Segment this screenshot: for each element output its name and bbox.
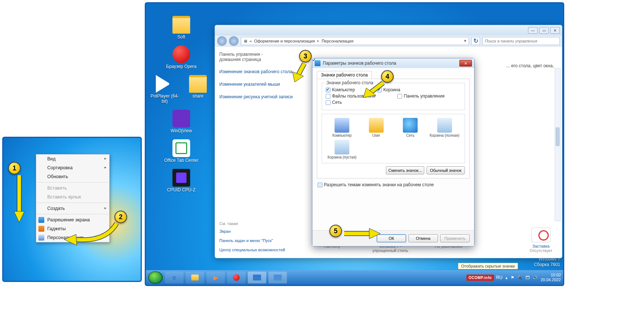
control-panel-home-link[interactable]: Панель управления - домашняя страница [219,52,296,62]
dialog-title: Параметры значков рабочего стола [323,61,457,66]
tray-tooltip: Отображать скрытые значки [458,263,518,269]
taskbar-ie-icon[interactable]: e [165,272,184,283]
window-titlebar: — ▭ ✕ [215,25,562,35]
taskbar: e ▶ OCOMP.info RU ▴ ⚑ 🔌 🗔 🔊 15:02 20.04.… [146,270,563,285]
explorer-sidebar: Панель управления - домашняя страница Из… [215,47,301,258]
desktop-icon[interactable]: Браузер Opera [148,45,215,69]
address-bar-row: 🖥 « Оформление и персонализация▸ Персона… [215,35,562,47]
icon-preview-grid: КомпьютерUserСетьКорзина (полная)Корзина… [322,114,465,163]
apply-button[interactable]: Применить [440,234,470,242]
taskbar-personalization-window[interactable] [248,272,266,283]
screensaver-block[interactable]: Заставка Отсутствует [524,228,558,253]
see-also-section: См. также Экран Панель задач и меню ''Пу… [219,221,296,253]
tray-arrow-icon[interactable]: ▴ [506,275,508,280]
checkbox-allow-themes[interactable]: ✔ Разрешить темам изменять значки на раб… [318,182,469,187]
desktop-icon[interactable]: share [181,75,215,99]
tray-flag-icon[interactable]: ⚑ [511,275,514,280]
maximize-button[interactable]: ▭ [539,27,549,34]
scrollbar[interactable] [555,68,561,221]
link-taskbar-start[interactable]: Панель задач и меню ''Пуск'' [219,238,296,244]
nav-forward-button[interactable] [229,36,239,46]
svg-marker-4 [369,228,380,239]
panel-b-desktop: SoftБраузер OperaPotPlayer (64-bit)share… [145,2,564,286]
desktop-icon[interactable]: CPUID CPU-Z [148,169,215,193]
minimize-button[interactable]: — [528,27,538,34]
taskbar-media-icon[interactable]: ▶ [206,272,225,283]
callout-5: 5 [329,225,342,237]
desktop-icon[interactable]: Office Tab Center [148,139,215,163]
checkbox-control-panel[interactable]: Панель управления [397,93,444,99]
checkbox-computer[interactable]: Компьютер [326,87,355,92]
restore-default-button[interactable]: Обычный значок [427,166,465,174]
refresh-button[interactable]: ↻ [471,37,480,45]
link-change-account-picture[interactable]: Изменение рисунка учетной записи [219,94,296,100]
desktop-icon-settings-dialog: Параметры значков рабочего стола ✕ Значк… [312,58,475,246]
start-button[interactable] [148,271,163,284]
fieldset-desktop-icons: Значки рабочего стола Компьютер Корзина … [322,83,465,110]
icon-preview[interactable]: Корзина (пустая) [326,140,359,159]
context-menu-item[interactable]: Сортировка [36,163,109,172]
tray-network-icon[interactable]: 🗔 [525,275,530,280]
link-ease-of-access[interactable]: Центр специальных возможностей [219,247,296,253]
tray-clock[interactable]: 15:02 20.04.2022 [541,273,561,282]
desktop-icon[interactable]: Soft [148,16,215,40]
link-change-desktop-icons[interactable]: Изменение значков рабочего стола [219,69,296,75]
callout-3: 3 [299,50,312,62]
desktop-icon[interactable]: WinDjView [148,110,215,133]
screensaver-icon [531,228,551,242]
nav-back-button[interactable] [217,36,227,46]
ocomp-badge: OCOMP.info [466,275,494,281]
link-display[interactable]: Экран [219,229,296,234]
context-menu-item: Вставить ярлык [36,193,109,201]
svg-marker-1 [64,234,77,245]
arrow-4 [362,81,388,102]
tray-volume-icon[interactable]: 🔊 [532,275,538,280]
arrow-3 [292,61,310,85]
taskbar-dialog-window[interactable] [268,272,287,283]
context-menu-item[interactable]: Создать [36,204,109,213]
icon-preview[interactable]: Сеть [394,118,427,137]
dialog-close-button[interactable]: ✕ [459,60,472,67]
icon-preview[interactable]: Компьютер [326,118,359,137]
arrow-5 [342,227,383,243]
taskbar-explorer-icon[interactable] [186,272,204,283]
callout-4: 4 [381,70,394,83]
context-menu-item: Вставить [36,184,109,193]
arrow-2 [61,221,120,248]
svg-marker-0 [14,211,24,222]
desktop-icon[interactable]: PotPlayer (64-bit) [148,75,181,104]
desktop-icons-column: SoftБраузер OperaPotPlayer (64-bit)share… [148,14,215,197]
breadcrumb[interactable]: 🖥 « Оформление и персонализация▸ Персона… [241,37,469,45]
system-tray[interactable]: RU ▴ ⚑ 🔌 🗔 🔊 15:02 20.04.2022 [496,273,561,282]
tray-power-icon[interactable]: 🔌 [517,275,523,280]
lang-indicator[interactable]: RU [496,275,503,280]
search-input[interactable] [482,37,560,45]
close-button[interactable]: ✕ [550,27,560,34]
callout-1: 1 [8,162,21,174]
callout-2: 2 [114,211,127,223]
taskbar-opera-icon[interactable] [227,272,246,283]
context-menu-item[interactable]: Вид [36,154,109,163]
change-icon-button[interactable]: Сменить значок... [386,166,424,174]
arrow-1 [14,173,29,226]
checkbox-network[interactable]: Сеть [326,100,342,105]
cancel-button[interactable]: Отмена [408,234,438,242]
icon-preview[interactable]: Корзина (полная) [428,118,461,137]
tab-desktop-icons[interactable]: Значки рабочего стола [317,71,372,79]
icon-preview[interactable]: User [360,118,393,137]
context-menu-item[interactable]: Обновить [36,172,109,181]
dialog-titlebar: Параметры значков рабочего стола ✕ [312,58,474,68]
link-change-pointers[interactable]: Изменение указателей мыши [219,81,296,87]
